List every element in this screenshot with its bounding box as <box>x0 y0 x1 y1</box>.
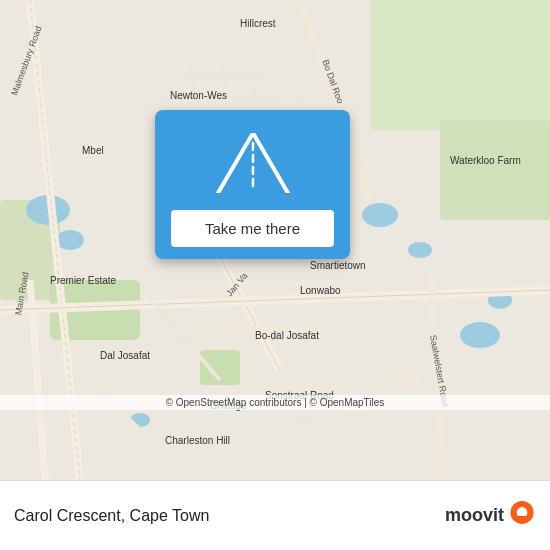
moovit-logo: moovit <box>445 500 536 532</box>
location-name: Carol Crescent, Cape Town <box>14 507 209 525</box>
area-label: Bo-dal Josafat <box>255 330 319 341</box>
area-label: Lonwabo <box>300 285 341 296</box>
svg-rect-2 <box>440 120 550 220</box>
svg-point-10 <box>460 322 500 348</box>
area-label: Dal Josafat <box>100 350 150 361</box>
road-direction-icon <box>213 133 293 193</box>
area-label: Premier Estate <box>50 275 116 286</box>
map-area: HillcrestNewton-WesMbelPremier EstateSma… <box>0 0 550 480</box>
moovit-logo-text: moovit <box>445 505 504 526</box>
area-label: Newton-Wes <box>170 90 227 101</box>
svg-line-36 <box>218 133 253 193</box>
bottom-bar: Carol Crescent, Cape Town moovit <box>0 480 550 550</box>
svg-line-37 <box>253 133 288 193</box>
area-label: Mbel <box>82 145 104 156</box>
svg-rect-1 <box>370 0 550 130</box>
road-icon-area <box>208 128 298 198</box>
take-me-there-button[interactable]: Take me there <box>171 210 334 247</box>
svg-point-8 <box>362 203 398 227</box>
svg-point-9 <box>408 242 432 258</box>
area-label: Hillcrest <box>240 18 276 29</box>
svg-point-7 <box>56 230 84 250</box>
navigation-popup: Take me there <box>155 110 350 259</box>
area-label: Smartietown <box>310 260 366 271</box>
area-label: Waterkloo Farm <box>450 155 521 166</box>
moovit-pin-icon <box>508 500 536 532</box>
area-label: Charleston Hill <box>165 435 230 446</box>
map-attribution: © OpenStreetMap contributors | © OpenMap… <box>0 395 550 410</box>
